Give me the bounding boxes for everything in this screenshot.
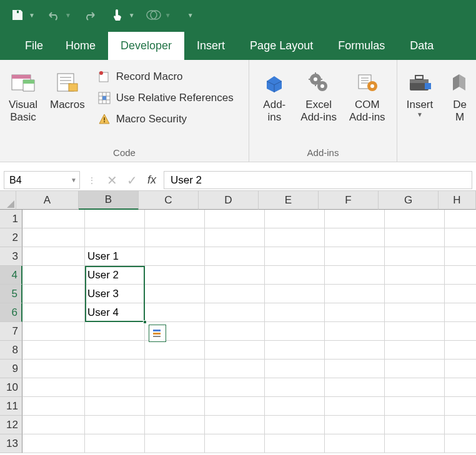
cell-A13[interactable] [22,434,85,453]
column-header-B[interactable]: B [79,191,139,210]
cell-A10[interactable] [22,378,85,397]
cell-D4[interactable] [205,266,265,285]
tab-developer[interactable]: Developer [108,32,184,60]
cell-G8[interactable] [385,341,445,360]
cell-D11[interactable] [205,397,265,416]
cell-F10[interactable] [325,378,385,397]
shape-icon[interactable] [141,2,166,27]
select-all-corner[interactable] [0,191,16,210]
tab-insert[interactable]: Insert [184,32,237,60]
cell-F9[interactable] [325,360,385,378]
cell-D9[interactable] [205,360,265,378]
column-header-C[interactable]: C [139,191,199,210]
cell-F13[interactable] [325,434,385,453]
cell-A2[interactable] [22,228,85,247]
cell-E2[interactable] [265,228,325,247]
enter-icon[interactable]: ✓ [122,170,142,190]
cell-B5[interactable]: User 3 [85,285,145,303]
cell-E12[interactable] [265,416,325,434]
cell-B1[interactable] [85,210,145,228]
macro-security-button[interactable]: Macro Security [96,110,235,129]
cell-A4[interactable] [22,266,85,285]
cell-G7[interactable] [385,322,445,341]
cell-H11[interactable] [445,397,476,416]
cell-B9[interactable] [85,360,145,378]
fx-icon[interactable]: fx [142,170,162,190]
cell-C10[interactable] [145,378,205,397]
com-addins-button[interactable]: COM Add-ins [343,65,392,125]
undo-dropdown-icon[interactable]: ▼ [65,12,71,19]
cell-D6[interactable] [205,303,265,322]
cell-G5[interactable] [385,285,445,303]
cell-A3[interactable] [22,247,85,266]
cell-D10[interactable] [205,378,265,397]
cell-H4[interactable] [445,266,476,285]
cell-F5[interactable] [325,285,385,303]
tab-file[interactable]: File [15,32,53,60]
use-relative-references-button[interactable]: Use Relative References [96,89,235,107]
cell-B10[interactable] [85,378,145,397]
qat-customize-icon[interactable]: ▼ [187,12,194,19]
row-header-11[interactable]: 11 [0,397,22,416]
chevron-down-icon[interactable]: ▼ [71,177,77,183]
cell-A1[interactable] [22,210,85,228]
cell-D2[interactable] [205,228,265,247]
cell-E11[interactable] [265,397,325,416]
cell-H12[interactable] [445,416,476,434]
touch-mode-icon[interactable] [105,2,130,27]
cell-G4[interactable] [385,266,445,285]
save-icon[interactable] [5,2,30,27]
cell-G2[interactable] [385,228,445,247]
cell-B12[interactable] [85,416,145,434]
cell-E1[interactable] [265,210,325,228]
cell-B11[interactable] [85,397,145,416]
formula-expand-icon[interactable]: ⋮ [82,170,102,190]
cell-D5[interactable] [205,285,265,303]
row-header-9[interactable]: 9 [0,360,22,378]
cell-A7[interactable] [22,322,85,341]
cell-B2[interactable] [85,228,145,247]
cell-H1[interactable] [445,210,476,228]
cell-D1[interactable] [205,210,265,228]
column-header-A[interactable]: A [16,191,79,210]
cell-B4[interactable]: User 2 [85,266,145,285]
row-header-5[interactable]: 5 [0,285,22,303]
cell-F3[interactable] [325,247,385,266]
redo-icon[interactable] [77,2,102,27]
cell-A9[interactable] [22,360,85,378]
row-header-12[interactable]: 12 [0,416,22,434]
cell-F12[interactable] [325,416,385,434]
cell-H7[interactable] [445,322,476,341]
name-box[interactable]: B4 ▼ [4,171,80,189]
cell-C8[interactable] [145,341,205,360]
row-header-2[interactable]: 2 [0,228,22,247]
cell-C2[interactable] [145,228,205,247]
cell-D7[interactable] [205,322,265,341]
cell-E3[interactable] [265,247,325,266]
cell-H6[interactable] [445,303,476,322]
row-header-4[interactable]: 4 [0,266,22,285]
cell-F2[interactable] [325,228,385,247]
cell-G6[interactable] [385,303,445,322]
cell-H10[interactable] [445,378,476,397]
fill-handle[interactable] [143,320,147,324]
cell-C1[interactable] [145,210,205,228]
tab-formulas[interactable]: Formulas [325,32,397,60]
cell-F8[interactable] [325,341,385,360]
cell-E9[interactable] [265,360,325,378]
cell-G1[interactable] [385,210,445,228]
cell-B6[interactable]: User 4 [85,303,145,322]
cell-H3[interactable] [445,247,476,266]
cell-C12[interactable] [145,416,205,434]
cell-D8[interactable] [205,341,265,360]
cell-E5[interactable] [265,285,325,303]
cell-A5[interactable] [22,285,85,303]
shape-dropdown-icon[interactable]: ▼ [165,12,171,19]
cell-H9[interactable] [445,360,476,378]
cells-area[interactable]: User 1User 2User 3User 4 [22,210,476,453]
cell-B7[interactable] [85,322,145,341]
cell-H5[interactable] [445,285,476,303]
cell-B3[interactable]: User 1 [85,247,145,266]
cell-E4[interactable] [265,266,325,285]
row-header-3[interactable]: 3 [0,247,22,266]
